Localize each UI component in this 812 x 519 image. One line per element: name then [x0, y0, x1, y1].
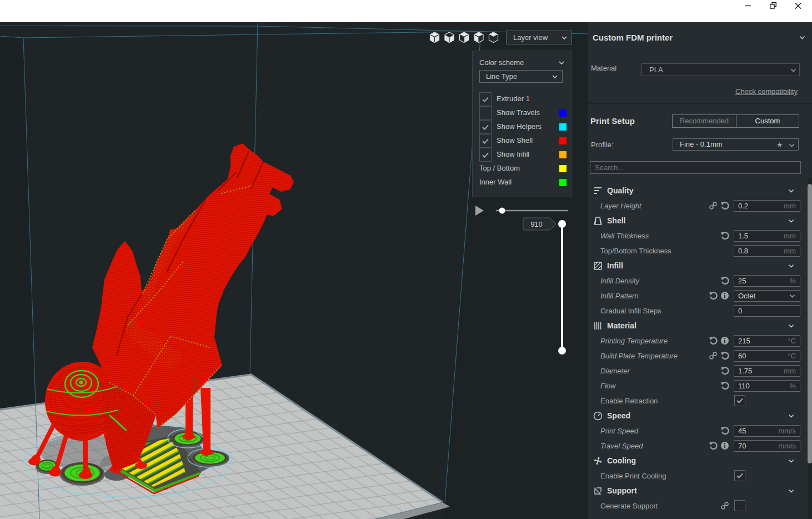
svg-text:910: 910	[530, 220, 543, 228]
